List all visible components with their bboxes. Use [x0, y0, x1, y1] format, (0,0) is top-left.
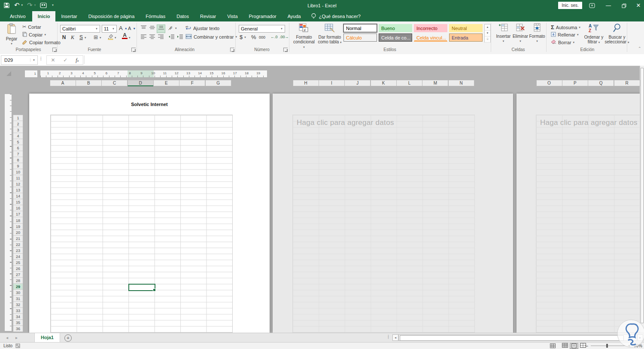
sort-filter-dropdown-icon[interactable]: ▾	[598, 41, 600, 44]
row-header-8[interactable]: 8	[13, 157, 23, 163]
row-header-23[interactable]: 23	[13, 248, 23, 254]
fill-color-dropdown-icon[interactable]: ▾	[115, 36, 116, 39]
borders-dropdown-icon[interactable]: ▾	[100, 36, 101, 39]
merge-center-button[interactable]: Combinar y centrar ▾	[185, 34, 237, 40]
format-as-table-dropdown-icon[interactable]: ▾	[340, 41, 342, 44]
numero-dialog-launcher-icon[interactable]	[283, 48, 288, 52]
fill-dropdown-icon[interactable]: ▾	[577, 33, 579, 36]
column-header-M[interactable]: M	[422, 80, 448, 86]
format-painter-button[interactable]: Copiar formato	[22, 39, 61, 46]
column-header-D[interactable]: D	[128, 80, 154, 86]
fill-color-button[interactable]	[107, 33, 114, 40]
sheet-nav-left-icon[interactable]: ◂	[6, 333, 8, 343]
portapapeles-dialog-launcher-icon[interactable]	[52, 48, 57, 52]
orientation-button[interactable]: ab▾	[167, 25, 177, 31]
decrease-indent-button[interactable]	[167, 33, 175, 41]
clear-dropdown-icon[interactable]: ▾	[573, 41, 575, 44]
ribbon-tab-ayuda[interactable]: Ayuda	[282, 11, 307, 21]
formula-input[interactable]	[84, 55, 641, 64]
copy-button[interactable]: Copiar ▾	[22, 32, 46, 38]
cell-style-chip[interactable]: Celda de co...	[379, 33, 412, 42]
vertical-scrollbar[interactable]	[640, 66, 644, 333]
restore-button[interactable]	[617, 0, 631, 11]
row-header-28[interactable]: 28	[13, 278, 23, 284]
hscroll-left-icon[interactable]: ◂	[392, 334, 398, 341]
column-header-K[interactable]: K	[371, 80, 397, 86]
gallery-up-icon[interactable]: ▲	[485, 24, 490, 30]
format-cells-dropdown-icon[interactable]: ▾	[529, 39, 545, 43]
ribbon-tab-disposicion-de-pagina[interactable]: Disposición de página	[83, 11, 140, 21]
row-header-7[interactable]: 7	[13, 151, 23, 157]
column-header-G[interactable]: G	[205, 80, 231, 86]
row-header-17[interactable]: 17	[13, 211, 23, 217]
cell-style-chip[interactable]: Bueno	[379, 24, 412, 32]
wrap-text-button[interactable]: ab Ajustar texto	[185, 25, 219, 31]
styles-gallery-scroll[interactable]: ▲ ▼ ⍗	[484, 24, 491, 42]
autosum-button[interactable]: Σ Autosuma ▾	[551, 24, 580, 30]
align-left-button[interactable]	[140, 33, 147, 41]
column-header-C[interactable]: C	[101, 80, 128, 86]
ribbon-tab-datos[interactable]: Datos	[171, 11, 194, 21]
view-normal-button[interactable]	[561, 343, 569, 349]
ribbon-tab-inicio[interactable]: Inicio	[32, 11, 56, 21]
insert-cells-dropdown-icon[interactable]: ▾	[495, 39, 511, 43]
select-all-corner-icon[interactable]	[6, 71, 11, 76]
enter-check-icon[interactable]: ✓	[63, 57, 67, 63]
borders-icon[interactable]: ⊞	[92, 33, 100, 41]
add-sheet-button[interactable]: +	[64, 334, 72, 342]
column-header-H[interactable]: H	[293, 80, 319, 86]
alineacion-dialog-launcher-icon[interactable]	[230, 48, 234, 52]
cell-style-chip[interactable]: Normal	[343, 24, 377, 32]
row-header-15[interactable]: 15	[13, 199, 23, 205]
row-header-13[interactable]: 13	[13, 187, 23, 193]
row-header-35[interactable]: 35	[13, 320, 23, 326]
column-header-N[interactable]: N	[448, 80, 474, 86]
delete-cells-dropdown-icon[interactable]: ▾	[512, 39, 529, 43]
currency-button[interactable]: $▾	[240, 34, 246, 40]
row-header-25[interactable]: 25	[13, 260, 23, 266]
increase-decimal-button[interactable]: ←.0	[270, 35, 278, 39]
collapse-ribbon-icon[interactable]: ⌃	[638, 46, 641, 51]
cut-button[interactable]: ✂ Cortar	[22, 24, 41, 30]
vertical-scrollbar-thumb[interactable]	[641, 68, 644, 323]
row-header-32[interactable]: 32	[13, 302, 23, 308]
column-header-B[interactable]: B	[76, 80, 102, 86]
horizontal-scrollbar-thumb[interactable]	[400, 335, 624, 341]
gallery-more-icon[interactable]: ⍗	[485, 36, 490, 42]
hscroll-right-icon[interactable]: ▸	[637, 334, 643, 341]
row-header-5[interactable]: 5	[13, 139, 23, 145]
tell-me-box[interactable]: ¿Qué desea hacer?	[307, 11, 365, 21]
copy-dropdown-icon[interactable]: ▾	[44, 33, 46, 36]
page-1-grid[interactable]	[50, 115, 233, 333]
ribbon-tab-formulas[interactable]: Fórmulas	[140, 11, 171, 21]
sheet-tab-hoja1[interactable]: Hoja1	[34, 333, 60, 343]
cancel-icon[interactable]: ✕	[51, 57, 55, 63]
conditional-formatting-button[interactable]: ≠ Formato condicional ▾	[292, 23, 316, 49]
conditional-formatting-dropdown-icon[interactable]: ▾	[303, 46, 305, 49]
selected-cell-D29[interactable]	[128, 284, 155, 291]
decrease-font-button[interactable]: A▼	[128, 26, 136, 31]
row-header-36[interactable]: 36	[13, 326, 23, 332]
align-bottom-button[interactable]	[157, 24, 165, 33]
paste-button[interactable]: Pegar ▾	[3, 23, 20, 46]
zoom-slider-thumb[interactable]	[606, 344, 608, 348]
row-header-14[interactable]: 14	[13, 193, 23, 199]
zoom-slider[interactable]	[591, 346, 626, 346]
align-top-button[interactable]	[140, 24, 147, 32]
column-header-Q[interactable]: Q	[588, 80, 614, 86]
row-header-4[interactable]: 4	[13, 133, 23, 139]
font-size-combo[interactable]: 11 ▾	[102, 25, 117, 33]
ribbon-tab-revisar[interactable]: Revisar	[194, 11, 222, 21]
row-header-34[interactable]: 34	[13, 314, 23, 320]
delete-cells-button[interactable]: Eliminar ▾	[512, 23, 529, 43]
underline-button[interactable]: S	[77, 33, 85, 41]
format-cells-button[interactable]: Formato ▾	[529, 23, 545, 43]
paste-dropdown-icon[interactable]: ▾	[3, 41, 20, 46]
underline-dropdown-icon[interactable]: ▾	[85, 36, 86, 39]
column-header-O[interactable]: O	[536, 80, 562, 86]
cell-style-chip[interactable]: Incorrecto	[414, 24, 447, 32]
align-right-button[interactable]	[157, 33, 164, 41]
column-header-J[interactable]: J	[344, 80, 371, 86]
column-header-L[interactable]: L	[396, 80, 422, 86]
page-2-placeholder[interactable]: Haga clic para agregar datos	[297, 118, 394, 127]
